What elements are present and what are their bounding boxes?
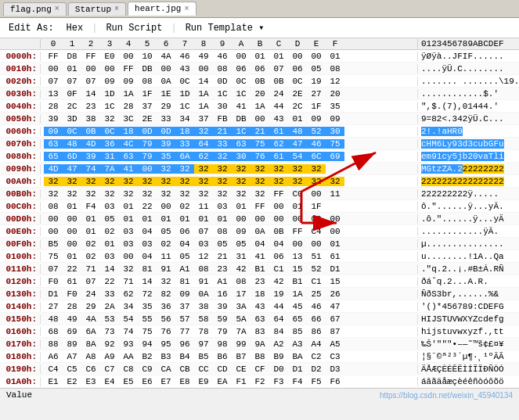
table-row[interactable]: 0170h:88898A92939495969798999AA2A3A4A5‰Š… [0,338,519,350]
hex-byte[interactable]: 00 [326,227,344,236]
hex-byte[interactable]: 1C [100,102,119,111]
hex-byte[interactable]: 01 [175,214,194,224]
hex-byte[interactable]: E0 [100,52,119,61]
hex-byte[interactable]: 32 [63,177,81,186]
hex-byte[interactable]: 58 [194,314,213,324]
hex-byte[interactable]: 79 [213,327,232,336]
hex-byte[interactable]: 52 [307,127,326,136]
hex-byte[interactable]: F6 [326,377,344,386]
hex-byte[interactable]: 20 [326,89,344,99]
hex-byte[interactable]: 00 [44,227,63,236]
hex-byte[interactable]: 03 [119,227,138,236]
table-row[interactable]: 0150h:48494A535455565758595A6364656667HI… [0,313,519,325]
hex-byte[interactable]: CB [175,364,194,374]
hex-byte[interactable]: 22 [63,264,81,274]
hex-byte[interactable]: 6A [175,152,194,161]
hex-byte[interactable]: 83 [250,327,269,336]
hex-byte[interactable]: 29 [157,102,175,111]
hex-byte[interactable]: F0 [44,277,63,286]
hex-byte[interactable]: A5 [326,339,344,349]
hex-byte[interactable]: 31 [100,152,119,161]
hex-byte[interactable]: 07 [44,77,63,86]
hex-byte[interactable]: 06 [269,252,288,261]
hex-byte[interactable]: 01 [326,239,344,249]
hex-byte[interactable]: 04 [250,239,269,249]
hex-byte[interactable]: 75 [326,139,344,149]
hex-byte[interactable]: F5 [307,377,326,386]
hex-byte[interactable]: 00 [269,214,288,224]
hex-byte[interactable]: 74 [81,164,100,174]
hex-byte[interactable]: 61 [63,277,81,286]
hex-byte[interactable]: BA [288,352,307,361]
hex-byte[interactable]: 0B [250,77,269,86]
hex-byte[interactable]: 04 [269,239,288,249]
hex-byte[interactable]: 69 [326,152,344,161]
hex-byte[interactable]: 1C [175,102,194,111]
table-row[interactable]: 00A0h:3232323232323232323232323232323222… [0,175,519,188]
hex-byte[interactable]: 76 [250,152,269,161]
hex-byte[interactable]: D3 [326,364,344,374]
table-row[interactable]: 0160h:68696A737475767778797A8384858687hi… [0,325,519,338]
hex-byte[interactable]: D2 [307,364,326,374]
hex-byte[interactable]: 47 [63,164,81,174]
hex-byte[interactable]: 1A [194,102,213,111]
table-row[interactable]: 00E0h:00000102030405060708090A0BFFC400..… [0,225,519,238]
hex-byte[interactable]: 15 [326,277,344,286]
hex-byte[interactable]: 32 [194,127,213,136]
hex-byte[interactable]: 32 [175,177,194,186]
hex-byte[interactable]: 75 [250,139,269,149]
hex-byte[interactable]: 00 [232,52,250,61]
hex-byte[interactable]: CA [157,364,175,374]
hex-byte[interactable]: 7A [100,164,119,174]
hex-byte[interactable]: 39 [157,139,175,149]
hex-byte[interactable]: 33 [157,114,175,124]
hex-byte[interactable]: 21 [213,252,232,261]
hex-byte[interactable]: 48 [288,127,307,136]
hex-byte[interactable]: 32 [119,189,138,199]
menu-edit-as[interactable]: Edit As: [3,20,59,36]
hex-byte[interactable]: 24 [269,89,288,99]
hex-byte[interactable]: A7 [63,352,81,361]
hex-byte[interactable]: 10 [138,52,157,61]
hex-byte[interactable]: 32 [232,177,250,186]
hex-byte[interactable]: 4D [81,139,100,149]
hex-byte[interactable]: 09 [100,77,119,86]
table-row[interactable]: 0100h:75010203000411051221314106135161u.… [0,250,519,263]
hex-byte[interactable]: 9A [250,339,269,349]
hex-byte[interactable]: 61 [269,127,288,136]
hex-byte[interactable]: 32 [44,189,63,199]
hex-byte[interactable]: 65 [288,314,307,324]
hex-byte[interactable]: B5 [44,239,63,249]
hex-byte[interactable]: 0A [194,289,213,299]
hex-byte[interactable]: 81 [175,277,194,286]
hex-byte[interactable]: 27 [307,89,326,99]
table-row[interactable]: 0030h:130F141D1A1F1E1D1A1C1C20242E2720..… [0,88,519,100]
hex-byte[interactable]: A4 [307,339,326,349]
hex-byte[interactable]: 1F [307,202,326,211]
hex-byte[interactable]: 30 [326,127,344,136]
hex-byte[interactable]: 13 [44,89,63,99]
hex-byte[interactable]: 0C [232,77,250,86]
hex-byte[interactable]: 79 [138,152,157,161]
hex-byte[interactable]: 08 [194,264,213,274]
hex-byte[interactable]: F4 [288,377,307,386]
hex-byte[interactable]: 07 [44,264,63,274]
hex-byte[interactable]: 63 [119,152,138,161]
menu-run-template[interactable]: Run Template ▾ [180,20,270,36]
hex-byte[interactable]: F2 [250,377,269,386]
hex-byte[interactable]: 1A [250,102,269,111]
hex-byte[interactable]: 32 [288,164,307,174]
hex-byte[interactable]: 4C [119,139,138,149]
hex-byte[interactable]: 39 [81,152,100,161]
hex-byte[interactable]: 2E [288,89,307,99]
tab-heart-jpg[interactable]: heart.jpg × [128,2,196,16]
hex-byte[interactable]: FF [81,52,100,61]
hex-byte[interactable]: C1 [269,264,288,274]
hex-byte[interactable]: 36 [157,302,175,311]
hex-byte[interactable]: 2C [63,102,81,111]
hex-byte[interactable]: 29 [81,302,100,311]
hex-byte[interactable]: 84 [269,327,288,336]
hex-byte[interactable]: FF [269,189,288,199]
table-row[interactable]: 00B0h:323232323232323232323232FFC0001122… [0,188,519,200]
hex-byte[interactable]: 45 [288,302,307,311]
